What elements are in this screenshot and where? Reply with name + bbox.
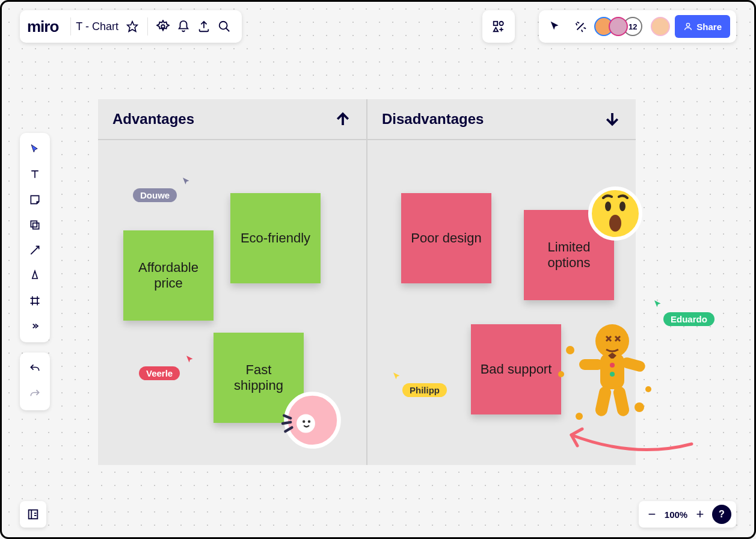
divider (147, 17, 148, 35)
search-icon[interactable] (214, 16, 235, 37)
sticky-note[interactable]: Eco-friendly (230, 193, 321, 283)
zoom-out-button[interactable]: − (644, 506, 660, 523)
header-panel: miro T - Chart (20, 10, 242, 43)
redo-button[interactable] (23, 382, 47, 406)
svg-marker-0 (128, 22, 138, 32)
remote-cursor-label: Philipp (402, 383, 447, 397)
arrow-down-icon (603, 110, 621, 128)
zoom-panel: − 100% + ? (639, 501, 736, 528)
reactions-icon[interactable] (570, 16, 591, 37)
zoom-in-button[interactable]: + (692, 506, 708, 523)
sticky-note[interactable]: Affordable price (123, 230, 214, 321)
svg-rect-18 (579, 359, 603, 370)
settings-icon[interactable] (153, 16, 173, 37)
sticky-note[interactable]: Poor design (401, 193, 491, 283)
undo-button[interactable] (23, 357, 47, 381)
remote-cursor-label: Veerle (139, 366, 180, 380)
svg-point-22 (566, 346, 574, 354)
avatar[interactable] (609, 17, 628, 36)
svg-rect-7 (31, 221, 37, 227)
gingerbread-sticker[interactable] (549, 317, 657, 434)
share-button[interactable]: Share (675, 15, 730, 38)
svg-point-2 (220, 22, 227, 29)
ok-hand-sticker[interactable] (276, 384, 342, 452)
collab-panel: 12 Share (539, 10, 736, 43)
toolbar (20, 133, 50, 342)
svg-point-26 (576, 413, 583, 420)
sticky-tool[interactable] (23, 188, 47, 212)
avatar-self[interactable] (651, 17, 670, 36)
divider (70, 17, 71, 35)
svg-rect-6 (33, 223, 39, 229)
avatar-stack[interactable]: 12 (599, 17, 642, 36)
remote-cursor-icon (181, 176, 192, 187)
zoom-value[interactable]: 100% (664, 510, 688, 520)
share-label: Share (696, 22, 722, 32)
svg-point-15 (609, 215, 621, 232)
help-button[interactable]: ? (712, 505, 731, 524)
svg-point-25 (645, 386, 651, 392)
sticky-note[interactable]: Bad support (471, 324, 561, 414)
export-icon[interactable] (194, 16, 214, 37)
svg-point-5 (687, 23, 690, 26)
column-title: Disadvantages (382, 111, 484, 128)
svg-point-11 (308, 420, 310, 423)
svg-point-13 (605, 202, 611, 211)
remote-cursor-label: Douwe (133, 188, 177, 202)
quick-add-button[interactable] (482, 10, 515, 43)
zoom-area: − 100% + ? (639, 501, 736, 528)
svg-rect-29 (29, 510, 38, 519)
more-tools[interactable] (23, 314, 47, 338)
svg-point-10 (303, 420, 305, 423)
sticky-text: Poor design (411, 230, 481, 246)
sticky-text: Affordable price (129, 260, 207, 291)
arrow-up-icon (334, 110, 352, 128)
svg-point-9 (297, 414, 315, 433)
svg-rect-20 (594, 385, 612, 417)
cursor-mode-icon[interactable] (545, 16, 565, 37)
column-title: Advantages (112, 111, 194, 128)
svg-rect-3 (494, 22, 497, 25)
column-header: Advantages (98, 99, 366, 140)
text-tool[interactable] (23, 162, 47, 186)
wow-emoji-sticker[interactable] (585, 183, 645, 246)
column-header: Disadvantages (367, 99, 636, 140)
logo[interactable]: miro (27, 17, 58, 36)
board-title[interactable]: T - Chart (76, 20, 118, 33)
svg-point-14 (619, 202, 625, 211)
shape-tool[interactable] (23, 213, 47, 237)
svg-rect-21 (612, 385, 630, 417)
arrow-tool[interactable] (23, 238, 47, 262)
drawn-arrow[interactable] (556, 423, 695, 459)
svg-point-24 (635, 402, 644, 412)
svg-point-23 (558, 371, 564, 377)
remote-cursor-icon (653, 299, 663, 310)
remote-cursor-label: Eduardo (663, 312, 715, 326)
sticky-text: Bad support (481, 362, 552, 377)
remote-cursor-icon (185, 354, 195, 365)
remote-cursor-icon (392, 371, 402, 382)
svg-point-27 (610, 363, 615, 368)
sticky-text: Eco-friendly (241, 230, 310, 246)
select-tool[interactable] (23, 137, 47, 161)
svg-point-4 (499, 22, 503, 25)
frame-tool[interactable] (23, 289, 47, 313)
svg-point-28 (610, 372, 615, 377)
pen-tool[interactable] (23, 263, 47, 288)
presentation-panel-button[interactable] (20, 501, 46, 528)
star-icon[interactable] (122, 16, 143, 37)
bell-icon[interactable] (173, 16, 194, 37)
undo-panel (20, 353, 50, 410)
